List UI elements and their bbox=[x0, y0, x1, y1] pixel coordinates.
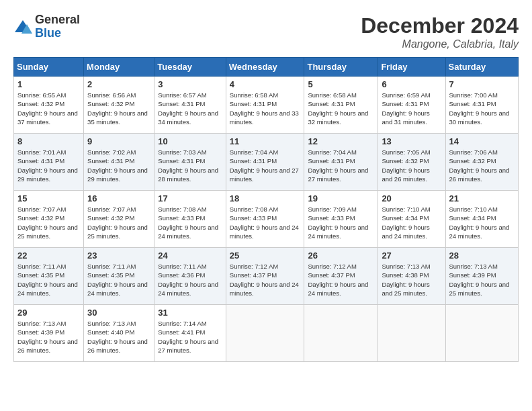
day-number: 23 bbox=[87, 250, 150, 261]
day-info: Sunrise: 7:11 AMSunset: 4:35 PMDaylight:… bbox=[87, 262, 150, 298]
calendar-day-cell: 27Sunrise: 7:13 AMSunset: 4:38 PMDayligh… bbox=[378, 248, 445, 305]
day-info: Sunrise: 6:59 AMSunset: 4:31 PMDaylight:… bbox=[382, 91, 441, 126]
calendar-day-cell: 9Sunrise: 7:02 AMSunset: 4:31 PMDaylight… bbox=[84, 134, 154, 191]
calendar-day-cell: 30Sunrise: 7:13 AMSunset: 4:40 PMDayligh… bbox=[84, 305, 154, 362]
day-number: 12 bbox=[308, 136, 374, 146]
day-number: 31 bbox=[158, 308, 222, 318]
day-info: Sunrise: 6:55 AMSunset: 4:32 PMDaylight:… bbox=[17, 91, 80, 126]
day-info: Sunrise: 7:08 AMSunset: 4:33 PMDaylight:… bbox=[158, 205, 222, 240]
day-number: 24 bbox=[158, 250, 222, 261]
calendar-day-cell: 2Sunrise: 6:56 AMSunset: 4:32 PMDaylight… bbox=[84, 77, 154, 134]
weekday-header-saturday: Saturday bbox=[445, 58, 519, 77]
day-number: 20 bbox=[382, 193, 441, 203]
month-title: December 2024 bbox=[361, 13, 519, 38]
day-info: Sunrise: 6:57 AMSunset: 4:31 PMDaylight:… bbox=[158, 91, 222, 126]
day-number: 3 bbox=[158, 79, 222, 89]
day-number: 25 bbox=[230, 250, 301, 261]
weekday-header-friday: Friday bbox=[378, 58, 445, 77]
day-number: 26 bbox=[308, 250, 374, 261]
day-info: Sunrise: 7:12 AMSunset: 4:37 PMDaylight:… bbox=[308, 262, 374, 298]
calendar-table: SundayMondayTuesdayWednesdayThursdayFrid… bbox=[13, 57, 519, 362]
title-section: December 2024 Mangone, Calabria, Italy bbox=[361, 13, 519, 50]
weekday-header-sunday: Sunday bbox=[14, 58, 84, 77]
day-info: Sunrise: 7:13 AMSunset: 4:40 PMDaylight:… bbox=[87, 319, 150, 355]
day-info: Sunrise: 7:07 AMSunset: 4:32 PMDaylight:… bbox=[17, 205, 80, 240]
day-info: Sunrise: 7:04 AMSunset: 4:31 PMDaylight:… bbox=[230, 148, 301, 183]
day-info: Sunrise: 7:02 AMSunset: 4:31 PMDaylight:… bbox=[87, 148, 150, 183]
page-header: General Blue December 2024 Mangone, Cala… bbox=[13, 13, 519, 50]
calendar-day-cell: 19Sunrise: 7:09 AMSunset: 4:33 PMDayligh… bbox=[304, 191, 378, 248]
calendar-day-cell: 29Sunrise: 7:13 AMSunset: 4:39 PMDayligh… bbox=[14, 305, 84, 362]
day-info: Sunrise: 7:01 AMSunset: 4:31 PMDaylight:… bbox=[17, 148, 80, 183]
day-number: 7 bbox=[449, 79, 515, 89]
day-number: 8 bbox=[17, 136, 80, 146]
logo-general: General bbox=[35, 13, 80, 26]
weekday-header-wednesday: Wednesday bbox=[226, 58, 304, 77]
day-number: 1 bbox=[17, 79, 80, 89]
day-number: 4 bbox=[230, 79, 301, 89]
logo-text: General Blue bbox=[35, 13, 80, 40]
calendar-day-cell: 26Sunrise: 7:12 AMSunset: 4:37 PMDayligh… bbox=[304, 248, 378, 305]
calendar-day-cell: 7Sunrise: 7:00 AMSunset: 4:31 PMDaylight… bbox=[445, 77, 519, 134]
calendar-day-cell: 4Sunrise: 6:58 AMSunset: 4:31 PMDaylight… bbox=[226, 77, 304, 134]
day-info: Sunrise: 7:13 AMSunset: 4:39 PMDaylight:… bbox=[17, 319, 80, 355]
calendar-day-cell: 18Sunrise: 7:08 AMSunset: 4:33 PMDayligh… bbox=[226, 191, 304, 248]
calendar-day-cell: 17Sunrise: 7:08 AMSunset: 4:33 PMDayligh… bbox=[154, 191, 226, 248]
day-info: Sunrise: 7:13 AMSunset: 4:39 PMDaylight:… bbox=[449, 262, 515, 298]
day-info: Sunrise: 7:11 AMSunset: 4:36 PMDaylight:… bbox=[158, 262, 222, 298]
day-number: 9 bbox=[87, 136, 150, 146]
day-info: Sunrise: 7:14 AMSunset: 4:41 PMDaylight:… bbox=[158, 319, 222, 355]
location: Mangone, Calabria, Italy bbox=[361, 38, 519, 50]
calendar-day-cell: 12Sunrise: 7:04 AMSunset: 4:31 PMDayligh… bbox=[304, 134, 378, 191]
calendar-day-cell: 14Sunrise: 7:06 AMSunset: 4:32 PMDayligh… bbox=[445, 134, 519, 191]
day-number: 17 bbox=[158, 193, 222, 203]
day-number: 6 bbox=[382, 79, 441, 89]
calendar-day-cell: 1Sunrise: 6:55 AMSunset: 4:32 PMDaylight… bbox=[14, 77, 84, 134]
day-info: Sunrise: 7:13 AMSunset: 4:38 PMDaylight:… bbox=[382, 262, 441, 298]
weekday-header-thursday: Thursday bbox=[304, 58, 378, 77]
calendar-day-cell: 23Sunrise: 7:11 AMSunset: 4:35 PMDayligh… bbox=[84, 248, 154, 305]
calendar-week-row: 1Sunrise: 6:55 AMSunset: 4:32 PMDaylight… bbox=[14, 77, 519, 134]
day-info: Sunrise: 7:12 AMSunset: 4:37 PMDaylight:… bbox=[230, 262, 301, 298]
calendar-day-cell bbox=[378, 305, 445, 362]
day-info: Sunrise: 6:58 AMSunset: 4:31 PMDaylight:… bbox=[230, 91, 301, 126]
calendar-day-cell bbox=[445, 305, 519, 362]
day-info: Sunrise: 6:56 AMSunset: 4:32 PMDaylight:… bbox=[87, 91, 150, 126]
calendar-day-cell: 25Sunrise: 7:12 AMSunset: 4:37 PMDayligh… bbox=[226, 248, 304, 305]
logo-blue: Blue bbox=[35, 26, 61, 40]
calendar-week-row: 22Sunrise: 7:11 AMSunset: 4:35 PMDayligh… bbox=[14, 248, 519, 305]
weekday-header-row: SundayMondayTuesdayWednesdayThursdayFrid… bbox=[14, 58, 519, 77]
day-info: Sunrise: 7:10 AMSunset: 4:34 PMDaylight:… bbox=[449, 205, 515, 240]
calendar-day-cell: 6Sunrise: 6:59 AMSunset: 4:31 PMDaylight… bbox=[378, 77, 445, 134]
calendar-day-cell: 3Sunrise: 6:57 AMSunset: 4:31 PMDaylight… bbox=[154, 77, 226, 134]
day-number: 5 bbox=[308, 79, 374, 89]
day-info: Sunrise: 7:04 AMSunset: 4:31 PMDaylight:… bbox=[308, 148, 374, 183]
day-number: 10 bbox=[158, 136, 222, 146]
day-number: 14 bbox=[449, 136, 515, 146]
day-number: 28 bbox=[449, 250, 515, 261]
day-number: 15 bbox=[17, 193, 80, 203]
day-info: Sunrise: 7:05 AMSunset: 4:32 PMDaylight:… bbox=[382, 148, 441, 183]
day-number: 27 bbox=[382, 250, 441, 261]
calendar-week-row: 15Sunrise: 7:07 AMSunset: 4:32 PMDayligh… bbox=[14, 191, 519, 248]
day-number: 16 bbox=[87, 193, 150, 203]
calendar-day-cell: 20Sunrise: 7:10 AMSunset: 4:34 PMDayligh… bbox=[378, 191, 445, 248]
day-info: Sunrise: 7:00 AMSunset: 4:31 PMDaylight:… bbox=[449, 91, 515, 126]
logo: General Blue bbox=[13, 13, 80, 40]
day-info: Sunrise: 6:58 AMSunset: 4:31 PMDaylight:… bbox=[308, 91, 374, 126]
calendar-day-cell: 8Sunrise: 7:01 AMSunset: 4:31 PMDaylight… bbox=[14, 134, 84, 191]
day-number: 22 bbox=[17, 250, 80, 261]
calendar-day-cell: 31Sunrise: 7:14 AMSunset: 4:41 PMDayligh… bbox=[154, 305, 226, 362]
day-number: 29 bbox=[17, 308, 80, 318]
calendar-day-cell: 28Sunrise: 7:13 AMSunset: 4:39 PMDayligh… bbox=[445, 248, 519, 305]
day-info: Sunrise: 7:09 AMSunset: 4:33 PMDaylight:… bbox=[308, 205, 374, 240]
calendar-day-cell: 10Sunrise: 7:03 AMSunset: 4:31 PMDayligh… bbox=[154, 134, 226, 191]
calendar-day-cell: 11Sunrise: 7:04 AMSunset: 4:31 PMDayligh… bbox=[226, 134, 304, 191]
day-info: Sunrise: 7:03 AMSunset: 4:31 PMDaylight:… bbox=[158, 148, 222, 183]
day-info: Sunrise: 7:08 AMSunset: 4:33 PMDaylight:… bbox=[230, 205, 301, 240]
day-number: 18 bbox=[230, 193, 301, 203]
calendar-day-cell bbox=[226, 305, 304, 362]
day-info: Sunrise: 7:11 AMSunset: 4:35 PMDaylight:… bbox=[17, 262, 80, 298]
calendar-day-cell: 22Sunrise: 7:11 AMSunset: 4:35 PMDayligh… bbox=[14, 248, 84, 305]
calendar-day-cell bbox=[304, 305, 378, 362]
